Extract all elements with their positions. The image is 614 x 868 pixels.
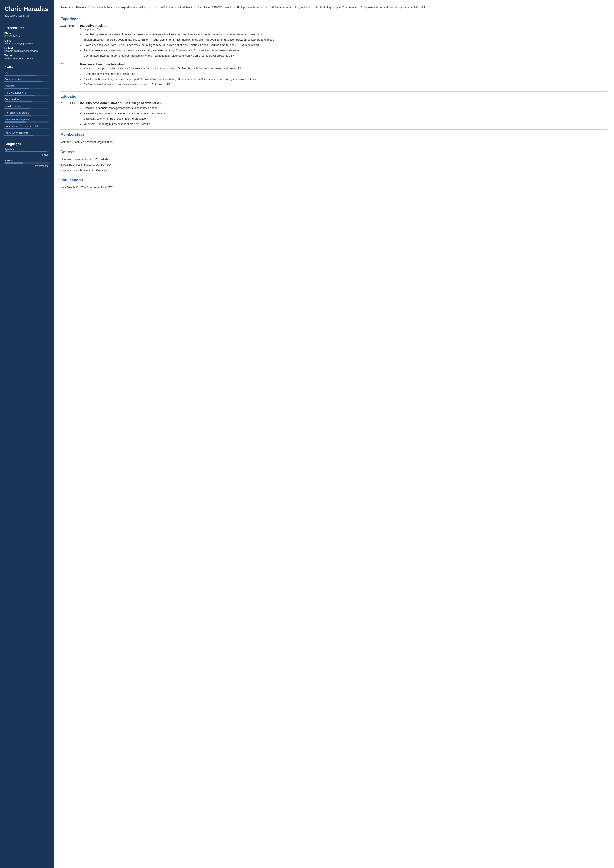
email-value: clarieharadas@gmail.com (5, 42, 49, 45)
skill-bar-bg (5, 128, 49, 129)
entry-job-title: Executive Assistant (80, 24, 607, 28)
experience-list: 2013 - 2018 Executive Assistant ISN Lipm… (60, 24, 607, 88)
bullet-item: Implemented call-recording system that c… (84, 37, 607, 42)
entry-content: Freelance Executive Assistant Worked as … (80, 62, 607, 88)
language-item: French Conversational (5, 159, 49, 167)
email-label: E-mail (5, 39, 49, 42)
courses-list: Effective Business Writing, UC BerkeleyG… (60, 157, 607, 173)
skill-bar-fill (5, 74, 37, 76)
skill-item: Coordinating Conference Calls (5, 125, 49, 129)
candidate-title: Executive Assistant (5, 14, 49, 17)
skill-name: Time Management (5, 91, 49, 94)
skill-name: Coordinating Conference Calls (5, 125, 49, 127)
course-item: Global Business in Practice, UC Berkeley (60, 162, 607, 167)
language-name: Spanish (5, 148, 49, 151)
entry-bullets: Handled top executive assistant duties f… (80, 32, 607, 58)
skill-item: Email Systems (5, 105, 49, 109)
skill-bar-bg (5, 88, 49, 89)
edu-degree: BA, Business Administration, The College… (80, 101, 607, 105)
skill-bar-bg (5, 95, 49, 96)
education-list: 2010 - 2013 BA, Business Administration,… (60, 101, 607, 127)
membership-item: Member, Executive Assistant Organization (60, 140, 607, 145)
bullet-item: Handled top executive assistant duties f… (84, 32, 607, 37)
skill-item: Compassion (5, 98, 49, 102)
entry-bullets: Worked as temp executive assistant for 4… (80, 66, 607, 87)
skill-item: Database Management (5, 118, 49, 122)
main-content: Resourceful Executive Assistant with 5+ … (54, 0, 614, 868)
entry-date: 2013 (60, 62, 76, 88)
entry-company: ISN Lipmann, Inc. (80, 28, 607, 31)
sidebar: Clarie Haradas Executive Assistant Perso… (0, 0, 54, 868)
linkedin-value: linkedin.com/in/clarieharadas (5, 50, 49, 52)
bullet-item: Aided executives with meeting preparatio… (84, 72, 607, 76)
course-item: Organizational Behavior, IIT Kharagpur (60, 168, 607, 173)
skill-item: Time Management (5, 91, 49, 96)
twitter-label: Twitter (5, 54, 49, 57)
courses-section-title: Courses (60, 150, 607, 154)
bullet-item: Performed weekly proofreading of executi… (84, 82, 607, 87)
bullet-item: Secretary, Women in Business student org… (84, 116, 607, 121)
skill-item: Communication (5, 78, 49, 82)
language-bar-bg (5, 163, 49, 164)
bullet-item: Pursued a passion for business ethics an… (84, 111, 607, 116)
skill-item: Logistics (5, 85, 49, 89)
candidate-name: Clarie Haradas (5, 5, 49, 12)
summary-text: Resourceful Executive Assistant with 5+ … (60, 5, 607, 10)
skill-bar-bg (5, 101, 49, 102)
language-level: Fluent (5, 153, 49, 156)
skill-item: Travel Arrangements (5, 132, 49, 136)
skill-bar-bg (5, 74, 49, 76)
skill-bar-fill (5, 128, 30, 129)
entry-content: Executive Assistant ISN Lipmann, Inc. Ha… (80, 24, 607, 59)
bullet-item: Worked as temp executive assistant for 4… (84, 66, 607, 71)
education-section-title: Education (60, 94, 607, 99)
twitter-value: twitter.com/clarieharadas (5, 57, 49, 60)
bullet-item: Saved each top-level exec 11 hours per w… (84, 43, 607, 47)
divider-memberships (60, 129, 607, 130)
bullet-item: Excelled in financial management and bus… (84, 106, 607, 110)
entry-date: 2013 - 2018 (60, 24, 76, 59)
bullet-item: Coordinated travel arrangements both dom… (84, 54, 607, 58)
skill-bar-fill (5, 101, 32, 102)
skill-bar-bg (5, 115, 49, 116)
skill-name: Email Systems (5, 105, 49, 107)
edu-date: 2010 - 2013 (60, 101, 76, 127)
experience-entry: 2013 Freelance Executive Assistant Worke… (60, 62, 607, 88)
divider-education (60, 91, 607, 91)
language-bar-fill (5, 151, 47, 152)
skill-bar-bg (5, 121, 49, 122)
skill-bar-bg (5, 81, 49, 82)
publications-section-title: Publications (60, 178, 607, 182)
bullet-item: Provided executive project support, admi… (84, 48, 607, 53)
education-entry: 2010 - 2013 BA, Business Administration,… (60, 101, 607, 127)
publications-list: How Details Kill, The Counterintuitive C… (60, 185, 607, 190)
skill-name: EQ (5, 71, 49, 74)
divider-courses (60, 147, 607, 147)
personal-info-section-title: Personal Info (5, 26, 49, 30)
memberships-section-title: Memberships (60, 132, 607, 137)
language-bar-fill (5, 163, 23, 164)
skill-item: File-Sharing Systems (5, 112, 49, 116)
language-bar-bg (5, 151, 49, 152)
skill-bar-bg (5, 135, 49, 136)
edu-bullets: Excelled in financial management and bus… (80, 106, 607, 126)
publication-item: How Details Kill, The Counterintuitive C… (60, 185, 607, 190)
skill-bar-fill (5, 108, 29, 109)
skill-bar-fill (5, 135, 34, 136)
skill-name: Database Management (5, 118, 49, 121)
edu-content: BA, Business Administration, The College… (80, 101, 607, 127)
skill-name: Logistics (5, 85, 49, 87)
phone-value: 862-208-2592 (5, 35, 49, 37)
skill-bar-fill (5, 88, 29, 89)
skill-bar-fill (5, 121, 26, 122)
language-item: Spanish Fluent (5, 148, 49, 156)
skill-bar-bg (5, 108, 49, 109)
skill-bar-fill (5, 95, 35, 96)
bullet-item: My article, "Reading Minds" was reprinte… (84, 122, 607, 126)
skill-name: File-Sharing Systems (5, 112, 49, 114)
language-name: French (5, 159, 49, 162)
skills-list: EQ Communication Logistics Time Manageme… (5, 71, 49, 138)
skill-bar-fill (5, 81, 42, 82)
skill-item: EQ (5, 71, 49, 76)
skill-name: Compassion (5, 98, 49, 101)
